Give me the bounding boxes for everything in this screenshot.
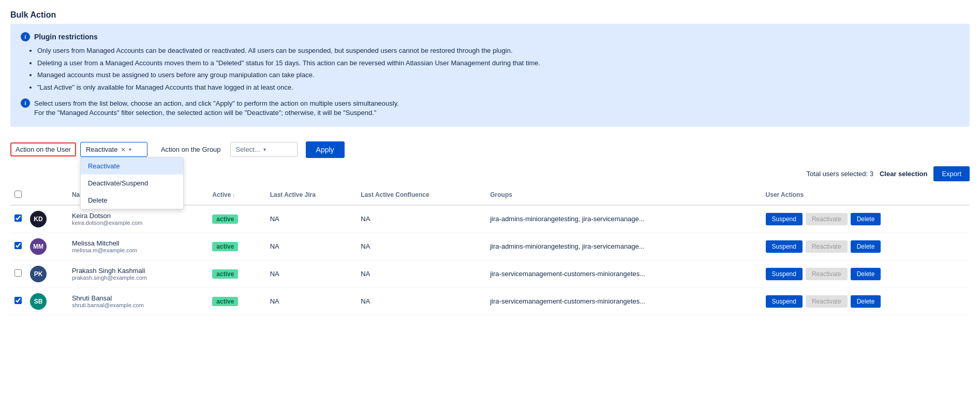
chevron-down-icon: ▾ — [129, 147, 131, 152]
suspend-button[interactable]: Suspend — [766, 213, 803, 225]
restriction-item-2: Deleting a user from a Managed Accounts … — [37, 58, 959, 68]
delete-button[interactable]: Delete — [851, 268, 881, 280]
name-secondary: shruti.bansal@example.com — [72, 302, 204, 308]
restriction-item-3: Managed accounts must be assigned to use… — [37, 70, 959, 80]
name-primary: Keira Dotson — [72, 212, 204, 220]
info-icon-2: i — [21, 98, 30, 108]
row-avatar-cell: SB — [26, 287, 68, 315]
th-active[interactable]: Active — [208, 185, 265, 205]
status-badge: active — [212, 269, 238, 279]
export-button[interactable]: Export — [933, 166, 970, 181]
suspend-button[interactable]: Suspend — [766, 240, 803, 253]
table-row: PKPrakash Singh Kashmaliprakash.singh@ex… — [10, 260, 970, 287]
instruction-section: i Select users from the list below, choo… — [21, 98, 959, 117]
row-avatar-cell: KD — [26, 205, 68, 233]
plugin-restrictions-section: i Plugin restrictions Only users from Ma… — [21, 32, 959, 92]
avatar: KD — [30, 211, 47, 227]
table-row: SBShruti Bansalshruti.bansal@example.com… — [10, 287, 970, 315]
controls-row: Action on the User Reactivate ✕ ▾ Reacti… — [10, 135, 970, 162]
clear-action-icon[interactable]: ✕ — [121, 146, 126, 153]
reactivate-button: Reactivate — [806, 268, 848, 280]
reactivate-button: Reactivate — [806, 240, 848, 253]
row-active-cell: active — [208, 260, 265, 287]
row-last-active-confluence: NA — [357, 287, 486, 315]
instruction-2-text: For the "Managed Accounts" filter select… — [34, 109, 959, 117]
avatar: MM — [30, 238, 47, 255]
delete-button[interactable]: Delete — [851, 295, 881, 308]
row-checkbox-cell[interactable] — [10, 205, 26, 233]
group-placeholder-text: Select... — [236, 146, 260, 153]
dropdown-item-reactivate[interactable]: Reactivate — [81, 157, 183, 175]
row-active-cell: active — [208, 287, 265, 315]
row-user-actions: SuspendReactivateDelete — [762, 205, 970, 233]
row-checkbox[interactable] — [14, 297, 22, 304]
action-on-user-label: Action on the User — [10, 142, 76, 156]
restrictions-list: Only users from Managed Accounts can be … — [21, 46, 959, 92]
name-text: Melissa Mitchellmelissa.m@example.com — [72, 239, 204, 253]
select-all-checkbox[interactable] — [14, 191, 22, 198]
table-row: MMMelissa Mitchellmelissa.m@example.coma… — [10, 233, 970, 260]
th-select-all[interactable] — [10, 185, 26, 205]
page-container: Bulk Action i Plugin restrictions Only u… — [0, 0, 980, 321]
table-body: KDKeira Dotsonkeira.dotson@example.comac… — [10, 205, 970, 315]
instruction-1-row: i Select users from the list below, choo… — [21, 98, 959, 109]
th-avatar — [26, 185, 68, 205]
suspend-button[interactable]: Suspend — [766, 268, 803, 280]
status-badge: active — [212, 242, 238, 251]
plugin-restrictions-title: Plugin restrictions — [34, 33, 98, 41]
row-checkbox[interactable] — [14, 214, 22, 222]
group-chevron-icon: ▾ — [263, 147, 266, 152]
dropdown-item-deactivate[interactable]: Deactivate/Suspend — [81, 175, 183, 192]
row-last-active-confluence: NA — [357, 233, 486, 260]
row-checkbox[interactable] — [14, 269, 22, 277]
row-name-cell: Prakash Singh Kashmaliprakash.singh@exam… — [68, 260, 208, 287]
info-icon-1: i — [21, 32, 30, 41]
name-text: Keira Dotsonkeira.dotson@example.com — [72, 212, 204, 226]
user-actions-group: SuspendReactivateDelete — [766, 295, 966, 308]
action-on-user-select[interactable]: Reactivate ✕ ▾ — [80, 142, 147, 157]
row-name-cell: Shruti Bansalshruti.bansal@example.com — [68, 287, 208, 315]
action-on-group-group: Action on the Group Select... ▾ — [156, 142, 298, 157]
action-dropdown-menu: Reactivate Deactivate/Suspend Delete — [80, 157, 184, 209]
page-title: Bulk Action — [10, 5, 970, 24]
restriction-item-4: "Last Active" is only available for Mana… — [37, 82, 959, 93]
reactivate-button: Reactivate — [806, 213, 848, 225]
row-checkbox-cell[interactable] — [10, 260, 26, 287]
row-active-cell: active — [208, 205, 265, 233]
name-primary: Melissa Mitchell — [72, 239, 204, 247]
reactivate-button: Reactivate — [806, 295, 848, 308]
row-groups: jira-servicemanagement-customers-miniora… — [486, 260, 761, 287]
dropdown-item-delete[interactable]: Delete — [81, 192, 183, 209]
avatar: PK — [30, 266, 47, 282]
row-groups: jira-servicemanagement-customers-miniora… — [486, 287, 761, 315]
row-last-active-jira: NA — [266, 260, 357, 287]
action-on-group-label: Action on the Group — [156, 142, 226, 156]
row-checkbox-cell[interactable] — [10, 233, 26, 260]
row-checkbox-cell[interactable] — [10, 287, 26, 315]
name-primary: Prakash Singh Kashmali — [72, 267, 204, 275]
user-actions-group: SuspendReactivateDelete — [766, 268, 966, 280]
selected-action-text: Reactivate — [86, 146, 117, 153]
total-selected-text: Total users selected: 3 — [807, 170, 873, 178]
action-on-group-select[interactable]: Select... ▾ — [230, 142, 298, 157]
row-name-cell: Melissa Mitchellmelissa.m@example.com — [68, 233, 208, 260]
suspend-button[interactable]: Suspend — [766, 295, 803, 308]
instruction-1-text: Select users from the list below, choose… — [34, 98, 399, 109]
clear-selection-link[interactable]: Clear selection — [880, 170, 928, 178]
apply-button[interactable]: Apply — [306, 141, 345, 158]
info-box: i Plugin restrictions Only users from Ma… — [10, 24, 970, 127]
th-last-active-confluence: Last Active Confluence — [357, 185, 486, 205]
row-avatar-cell: PK — [26, 260, 68, 287]
name-secondary: keira.dotson@example.com — [72, 220, 204, 226]
name-secondary: prakash.singh@example.com — [72, 275, 204, 281]
th-groups: Groups — [486, 185, 761, 205]
row-checkbox[interactable] — [14, 242, 22, 249]
delete-button[interactable]: Delete — [851, 240, 881, 253]
row-last-active-jira: NA — [266, 205, 357, 233]
row-last-active-confluence: NA — [357, 205, 486, 233]
status-badge: active — [212, 297, 238, 306]
action-on-user-select-wrapper[interactable]: Reactivate ✕ ▾ Reactivate Deactivate/Sus… — [80, 142, 147, 157]
delete-button[interactable]: Delete — [851, 213, 881, 225]
plugin-restrictions-header: i Plugin restrictions — [21, 32, 959, 41]
row-user-actions: SuspendReactivateDelete — [762, 233, 970, 260]
